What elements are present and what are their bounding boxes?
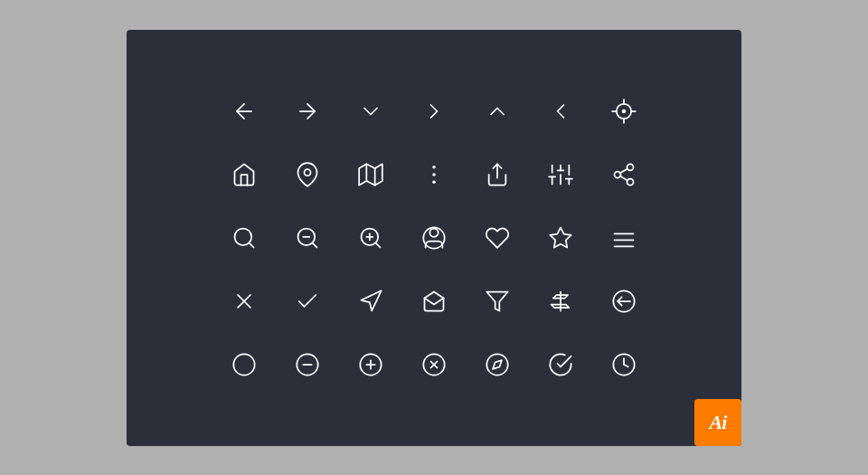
svg-marker-47: [362, 290, 382, 310]
svg-point-52: [233, 354, 254, 375]
sliders-icon: [529, 143, 592, 206]
zoom-in-icon: [339, 206, 402, 270]
svg-point-39: [429, 228, 438, 236]
svg-point-61: [486, 354, 507, 375]
svg-point-7: [622, 109, 627, 113]
svg-line-29: [620, 168, 627, 173]
svg-marker-62: [493, 360, 502, 369]
svg-point-12: [432, 166, 436, 169]
minus-circle-icon: [276, 333, 339, 396]
main-panel: Ai: [127, 30, 741, 446]
navigation-icon: [339, 270, 402, 333]
svg-point-26: [615, 171, 621, 177]
mail-open-icon: [402, 270, 466, 333]
share-nodes-icon: [592, 143, 656, 206]
location-pin-icon: [276, 143, 339, 206]
svg-marker-9: [359, 164, 382, 185]
svg-line-31: [249, 242, 253, 247]
zoom-out-icon: [276, 206, 339, 270]
map-icon: [339, 143, 402, 206]
svg-marker-48: [486, 291, 507, 310]
arrow-right-icon: [276, 80, 339, 143]
icon-grid: [212, 80, 656, 396]
svg-line-36: [375, 242, 380, 247]
chevron-left-icon: [529, 80, 592, 143]
menu-icon: [592, 206, 656, 270]
filter-icon: [466, 270, 529, 333]
svg-point-27: [627, 178, 634, 185]
chevron-right-icon: [402, 80, 466, 143]
heart-icon: [466, 206, 529, 270]
close-icon: [212, 270, 276, 333]
user-circle-icon: [402, 206, 466, 270]
svg-line-28: [620, 176, 627, 180]
plus-circle-icon: [339, 333, 402, 396]
clock-icon: [592, 333, 656, 396]
svg-line-33: [312, 242, 316, 247]
check-icon: [276, 270, 339, 333]
circle-icon: [212, 333, 276, 396]
svg-point-14: [432, 180, 436, 184]
svg-marker-41: [550, 227, 571, 247]
star-icon: [529, 206, 592, 270]
arrow-left-icon: [212, 80, 276, 143]
compass-circle-icon: [466, 333, 529, 396]
chevron-down-icon: [339, 80, 402, 143]
share-icon: [466, 143, 529, 206]
more-vertical-icon: [402, 143, 466, 206]
chevron-up-icon: [466, 80, 529, 143]
crosshair-icon: [592, 80, 656, 143]
svg-point-40: [423, 227, 444, 248]
check-circle-icon: [529, 333, 592, 396]
svg-point-8: [305, 169, 311, 176]
ai-badge: Ai: [694, 399, 741, 446]
logout-icon: [592, 270, 656, 333]
search-icon: [212, 206, 276, 270]
signpost-icon: [529, 270, 592, 333]
svg-point-25: [627, 164, 634, 170]
svg-point-13: [432, 173, 436, 176]
x-circle-icon: [402, 333, 466, 396]
home-icon: [212, 143, 276, 206]
